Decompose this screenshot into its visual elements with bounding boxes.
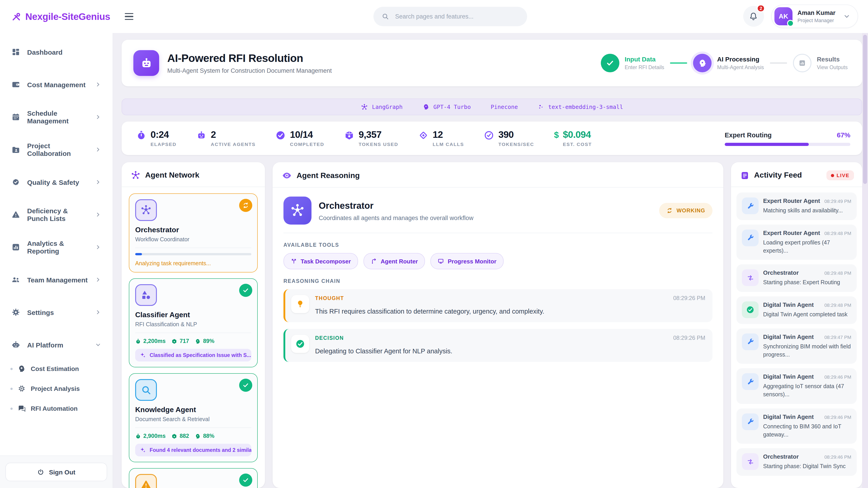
chain-text: This RFI requires classification to dete… [315,308,705,315]
bell-icon [749,11,758,21]
tool-progress-monitor[interactable]: Progress Monitor [431,253,504,269]
online-status-dot [787,20,794,27]
menu-toggle-icon[interactable] [125,13,133,20]
speed-gauge-icon [484,130,494,140]
phase-label: Expert Routing [725,131,772,138]
stat-est-cost: $ $0.094EST. COST [554,130,592,147]
bar-chart-icon [11,242,20,252]
agent-card-knowledge[interactable]: Knowledge Agent Document Search & Retrie… [129,373,258,462]
sparkle-icon [140,352,146,358]
badge-check-icon [11,177,20,187]
notifications-button[interactable]: 2 [743,6,764,27]
feed-item: Digital Twin Agent08:29:46 PM Connecting… [737,409,857,444]
dashboard-icon [11,47,20,57]
avatar: AK [774,7,793,25]
brand-logo[interactable]: Nexgile-SiteGenius [0,11,110,22]
tech-embedding-model: text-embedding-3-small [538,103,623,110]
sidebar-item-dashboard[interactable]: Dashboard [6,42,107,62]
agent-status-note: Analyzing task requirements... [135,260,251,267]
hub-icon [135,199,157,221]
step-ai-processing[interactable]: AI Processing Multi-Agent Analysis [693,54,764,72]
check-icon [239,284,252,297]
sparkle-icon [140,447,146,453]
wrench-icon [742,333,758,350]
sidebar-item-team-management[interactable]: Team Management [6,270,107,290]
page-title: AI-Powered RFI Resolution [167,52,332,65]
sidebar-item-cost-management[interactable]: Cost Management [6,74,107,94]
chevron-right-icon [95,276,101,283]
app-root: Nexgile-SiteGenius 2 [0,0,868,488]
wrench-icon [742,373,758,390]
wrench-icon [742,197,758,214]
check-icon [239,379,252,392]
sidebar-item-deficiency-punch-lists[interactable]: Deficiency & Punch Lists [6,205,107,225]
gear-icon [11,308,20,317]
lightbulb-icon [291,295,309,313]
psychology-icon [693,54,712,72]
check-icon [600,54,619,72]
sidebar-item-analytics-reporting[interactable]: Analytics & Reporting [6,237,107,257]
agent-network-panel: Agent Network Orchestrator Workflow Coor… [122,162,265,488]
scrollbar-thumb[interactable] [863,35,867,184]
live-badge: LIVE [826,170,854,180]
tools-icon [11,11,21,22]
split-icon [291,258,297,264]
chevron-right-icon [95,147,101,153]
sidebar-item-settings[interactable]: Settings [6,302,107,322]
tool-agent-router[interactable]: Agent Router [364,253,425,269]
tech-stack-bar: LangGraph GPT-4 Turbo Pinecone text-embe… [122,98,862,115]
results-chart-icon [793,54,811,72]
stats-bar: 0:24ELAPSED 2ACTIVE AGENTS 10/14COMPLETE… [122,122,862,155]
psychology-icon [423,103,429,110]
step-input-data[interactable]: Input Data Enter RFI Details [600,54,664,72]
agent-card-clash-detection[interactable]: Clash Detection Agent [129,468,258,488]
dollar-icon: $ [554,131,559,139]
hub-icon [361,103,368,110]
sidebar-item-ai-platform[interactable]: AI Platform [6,335,107,355]
wrench-icon [742,230,758,246]
sidebar-item-cost-estimation[interactable]: Cost Estimation [10,361,107,377]
feed-item: Digital Twin Agent08:29:46 PM Aggregatin… [737,368,857,404]
chain-text: Delegating to Classifier Agent for NLP a… [315,348,705,355]
category-shapes-icon [135,284,157,306]
warning-triangle-icon [135,474,157,488]
agent-reasoning-panel: Agent Reasoning Orchestrator Coordinates… [273,162,723,488]
agent-card-orchestrator[interactable]: Orchestrator Workflow Coordinator Analyz… [129,193,258,272]
sidebar-item-rfi-automation[interactable]: RFI Automation [10,401,107,416]
stat-elapsed: 0:24ELAPSED [136,130,177,147]
chain-timestamp: 08:29:26 PM [673,335,705,341]
sidebar-item-schedule-management[interactable]: Schedule Management [6,107,107,127]
psychology-icon [195,433,201,439]
main-content: AI-Powered RFI Resolution Multi-Agent Sy… [122,40,862,488]
chevron-down-icon [843,13,850,20]
chevron-right-icon [95,244,101,250]
tool-task-decomposer[interactable]: Task Decomposer [283,253,358,269]
panel-title: Agent Reasoning [297,171,360,180]
step-results[interactable]: Results View Outputs [793,54,848,72]
sidebar-item-quality-safety[interactable]: Quality & Safety [6,172,107,192]
swap-arrows-icon [742,269,758,286]
warning-triangle-icon [11,210,20,219]
chain-type: THOUGHT [315,295,344,301]
workflow-stepper: Input Data Enter RFI Details AI Processi… [600,54,850,72]
status-badge: WORKING [659,203,712,218]
power-icon [37,468,44,476]
chevron-right-icon [95,179,101,185]
sidebar-item-project-collaboration[interactable]: Project Collaboration [6,140,107,160]
ai-platform-submenu: Cost Estimation Project Analysis RFI Aut… [6,361,107,416]
sign-out-button[interactable]: Sign Out [5,463,107,481]
user-name: Aman Kumar [798,9,835,17]
page-scrollbar[interactable] [862,33,868,488]
stat-tokens-per-sec: 390TOKENS/SEC [484,130,534,147]
check-circle-icon [276,130,286,140]
eye-icon [282,170,292,181]
chevron-down-icon [95,341,101,348]
stat-active-agents: 2ACTIVE AGENTS [196,130,256,147]
article-icon [740,170,749,180]
search-input[interactable] [394,13,519,20]
sidebar-item-project-analysis[interactable]: Project Analysis [10,381,107,396]
reasoning-chain-label: REASONING CHAIN [283,278,712,284]
check-circle-icon [742,301,758,318]
agent-card-classifier[interactable]: Classifier Agent RFI Classification & NL… [129,278,258,367]
user-menu[interactable]: AK Aman Kumar Project Manager [771,4,858,28]
